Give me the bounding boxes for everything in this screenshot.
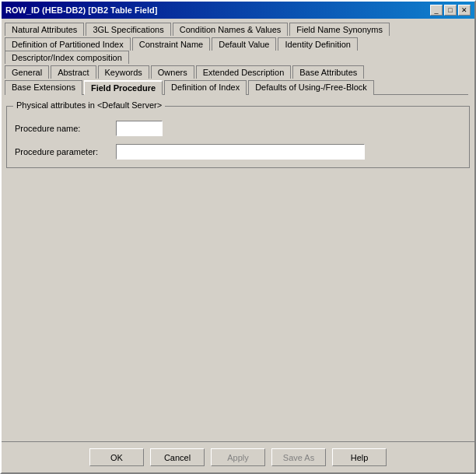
tab-row-4: Base Extensions Field Procedure Definiti… <box>5 79 471 94</box>
procedure-parameter-label: Procedure parameter: <box>15 147 116 156</box>
main-window: ROW_ID (HEB-DB2) [DB2 Table Field] _ □ ✕… <box>0 0 476 474</box>
tab-natural-attributes[interactable]: Natural Attributes <box>5 23 84 36</box>
ok-button[interactable]: OK <box>89 448 144 466</box>
help-button[interactable]: Help <box>332 448 387 466</box>
physical-attributes-group: Physical attributes in <Default Server> … <box>6 106 470 168</box>
apply-button[interactable]: Apply <box>211 448 265 466</box>
tab-condition-names-values[interactable]: Condition Names & Values <box>173 23 289 36</box>
tab-extended-description[interactable]: Extended Description <box>196 65 292 79</box>
tab-row-1: Natural Attributes 3GL Specifications Co… <box>5 22 471 35</box>
group-box-legend: Physical attributes in <Default Server> <box>13 100 165 110</box>
tab-field-name-synonyms[interactable]: Field Name Synonyms <box>289 23 390 36</box>
tab-identity-definition[interactable]: Identity Definition <box>278 37 357 51</box>
tab-field-procedure[interactable]: Field Procedure <box>84 80 163 95</box>
tab-owners[interactable]: Owners <box>151 65 194 79</box>
tab-constraint-name[interactable]: Constraint Name <box>132 37 211 51</box>
cancel-button[interactable]: Cancel <box>150 448 205 466</box>
procedure-name-label: Procedure name: <box>15 124 116 133</box>
save-as-button[interactable]: Save As <box>271 448 326 466</box>
procedure-parameter-row: Procedure parameter: <box>15 144 461 160</box>
title-bar-buttons: _ □ ✕ <box>430 5 471 16</box>
tab-keywords[interactable]: Keywords <box>98 65 149 79</box>
procedure-name-input[interactable] <box>116 121 163 136</box>
tab-abstract[interactable]: Abstract <box>51 65 96 79</box>
content-area: Physical attributes in <Default Server> … <box>2 95 474 441</box>
tab-defaults-using-free-block[interactable]: Defaults of Using-/Free-Block <box>248 80 374 95</box>
close-button[interactable]: ✕ <box>458 5 471 16</box>
maximize-button[interactable]: □ <box>444 5 457 16</box>
procedure-parameter-input[interactable] <box>116 144 365 160</box>
procedure-name-row: Procedure name: <box>15 121 461 136</box>
tab-definition-partitioned-index[interactable]: Definition of Partitioned Index <box>5 37 131 51</box>
window-title: ROW_ID (HEB-DB2) [DB2 Table Field] <box>5 5 157 15</box>
tab-definition-of-index[interactable]: Definition of Index <box>164 80 247 95</box>
tab-row-3: General Abstract Keywords Owners Extende… <box>5 65 471 78</box>
tab-base-extensions[interactable]: Base Extensions <box>5 80 82 95</box>
tab-row-2: Definition of Partitioned Index Constrai… <box>5 37 471 63</box>
tabs-container: Natural Attributes 3GL Specifications Co… <box>2 19 474 95</box>
minimize-button[interactable]: _ <box>430 5 443 16</box>
tab-base-attributes[interactable]: Base Attributes <box>292 65 364 79</box>
tab-3gl-specifications[interactable]: 3GL Specifications <box>86 23 170 36</box>
tab-general[interactable]: General <box>5 65 49 79</box>
tab-default-value[interactable]: Default Value <box>212 37 276 51</box>
tab-descriptor-index-composition[interactable]: Descriptor/Index composition <box>5 51 129 64</box>
bottom-bar: OK Cancel Apply Save As Help <box>2 441 474 472</box>
title-bar: ROW_ID (HEB-DB2) [DB2 Table Field] _ □ ✕ <box>2 2 474 19</box>
